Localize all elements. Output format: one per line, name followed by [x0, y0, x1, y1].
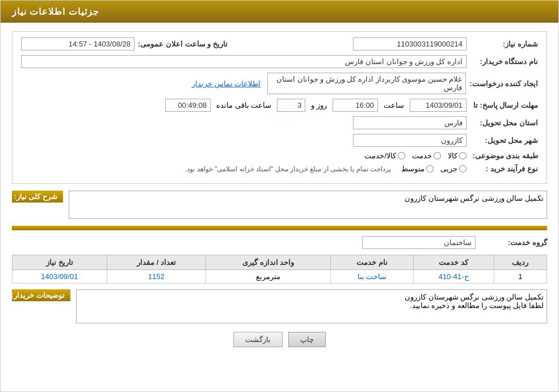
col-need-date: تاریخ نیاز	[12, 255, 107, 270]
category-radio-group: کالا خدمت کالا/خدمت	[364, 151, 466, 160]
contact-info-link[interactable]: اطلاعات تماس خریدار	[192, 79, 260, 88]
process-medium-label: متوسط	[401, 165, 424, 173]
row-process-type: نوع فرآیند خرید : جزیی متوسط پرداخت تمام…	[21, 165, 538, 173]
category-goods-service-label: کالا/خدمت	[364, 151, 396, 160]
page-container: جزئیات اطلاعات نیاز شماره نیاز: 11030031…	[0, 0, 559, 392]
col-row: ردیف	[494, 255, 547, 270]
process-partial-radio[interactable]	[459, 165, 466, 172]
need-number-value: 1103003119000214	[353, 37, 466, 50]
remaining-value: 00:49:08	[165, 99, 211, 112]
cell-name: ساخت بنا	[331, 270, 414, 284]
service-group-value: ساختمان	[362, 236, 476, 249]
cell-row: 1	[494, 270, 547, 284]
col-unit: واحد اندازه گیری	[206, 255, 331, 270]
days-label: روز و	[311, 101, 327, 109]
category-goods-service-option: کالا/خدمت	[364, 151, 405, 160]
process-medium-option: متوسط	[401, 165, 434, 173]
date-value: 1403/09/01	[410, 99, 466, 112]
process-partial-label: جزیی	[440, 165, 457, 173]
row-province: استان محل تحویل: فارس	[21, 116, 538, 129]
row-need-number: شماره نیاز: 1103003119000214 تاریخ و ساع…	[21, 37, 538, 50]
action-buttons: چاپ بازگشت	[12, 332, 547, 347]
row-service-group: گروه خدمت: ساختمان	[12, 236, 547, 249]
cell-code: ج-41-410	[413, 270, 494, 284]
city-label: شهر محل تحویل:	[470, 136, 538, 145]
need-description-title: شرح کلی نیاز:	[12, 191, 63, 203]
buyer-notes-title: توضیحات خریدار:	[12, 289, 70, 301]
row-category: طبقه بندی موضوعی: کالا خدمت کالا/خدمت	[21, 151, 538, 160]
col-quantity: تعداد / مقدار	[107, 255, 205, 270]
row-buyer-org: نام دستگاه خریدار: اداره کل ورزش و جوانا…	[21, 55, 538, 68]
col-name: نام خدمت	[331, 255, 414, 270]
col-code: کد خدمت	[413, 255, 494, 270]
process-radio-group: جزیی متوسط	[401, 165, 466, 173]
category-goods-label: کالا	[448, 151, 457, 160]
category-service-option: خدمت	[412, 151, 441, 160]
row-creator: ایجاد کننده درخواست: غلام حسین موسوی کار…	[21, 73, 538, 94]
back-button[interactable]: بازگشت	[233, 332, 283, 347]
row-city: شهر محل تحویل: کازرون	[21, 134, 538, 147]
creator-value: غلام حسین موسوی کاربرداز اداره کل ورزش و…	[267, 73, 466, 94]
row-deadline: مهلت ارسال پاسخ: تا 1403/09/01 ساعت 16:0…	[21, 99, 538, 112]
cell-unit: مترمربع	[206, 270, 331, 284]
category-service-radio[interactable]	[434, 152, 441, 159]
send-deadline-label: مهلت ارسال پاسخ: تا	[470, 101, 538, 109]
category-service-label: خدمت	[412, 151, 432, 160]
table-row: 1 ج-41-410 ساخت بنا مترمربع 1152 1403/09…	[12, 270, 547, 284]
services-section-title	[12, 226, 547, 230]
time-value: 16:00	[333, 99, 378, 112]
days-value: 3	[277, 99, 305, 112]
need-description-value: تکمیل سالن ورزشی نرگس شهرستان کازرون	[69, 191, 547, 219]
process-type-label: نوع فرآیند خرید :	[470, 165, 538, 173]
category-goods-service-radio[interactable]	[398, 152, 405, 159]
buyer-org-label: نام دستگاه خریدار:	[470, 57, 538, 66]
category-label: طبقه بندی موضوعی:	[470, 151, 538, 160]
category-goods-radio[interactable]	[459, 152, 466, 159]
services-table: ردیف کد خدمت نام خدمت واحد اندازه گیری ت…	[12, 255, 547, 284]
need-description-section: شرح کلی نیاز: تکمیل سالن ورزشی نرگس شهرس…	[12, 191, 547, 219]
creator-label: ایجاد کننده درخواست:	[469, 79, 538, 88]
process-medium-radio[interactable]	[426, 165, 434, 172]
announce-value: 1403/08/28 - 14:57	[21, 37, 135, 50]
category-goods-option: کالا	[448, 151, 466, 160]
print-button[interactable]: چاپ	[288, 332, 326, 347]
cell-date: 1403/09/01	[12, 270, 107, 284]
buyer-org-value: اداره کل ورزش و جوانان استان فارس	[21, 55, 466, 68]
city-value: کازرون	[353, 134, 466, 147]
cell-quantity: 1152	[107, 270, 205, 284]
process-note: پرداخت تمام یا بخشی از مبلغ خریداز محل "…	[185, 165, 391, 173]
buyer-notes-section: توضیحات خریدار: تکمیل سالن ورزشی نرگس شه…	[12, 289, 547, 323]
service-group-label: گروه خدمت:	[479, 238, 547, 247]
province-value: فارس	[353, 116, 466, 129]
announce-label: تاریخ و ساعت اعلان عمومی:	[138, 40, 228, 48]
page-title: جزئیات اطلاعات نیاز	[12, 7, 99, 16]
buyer-notes-value: تکمیل سالن ورزشی نرگس شهرستان کازرون لطف…	[76, 289, 547, 323]
main-info-section: شماره نیاز: 1103003119000214 تاریخ و ساع…	[12, 31, 547, 184]
province-label: استان محل تحویل:	[470, 119, 538, 127]
remaining-label: ساعت باقی مانده	[216, 101, 271, 109]
page-header: جزئیات اطلاعات نیاز	[1, 1, 558, 23]
time-label: ساعت	[384, 101, 404, 109]
process-partial-option: جزیی	[440, 165, 466, 173]
need-number-label: شماره نیاز:	[470, 40, 538, 48]
